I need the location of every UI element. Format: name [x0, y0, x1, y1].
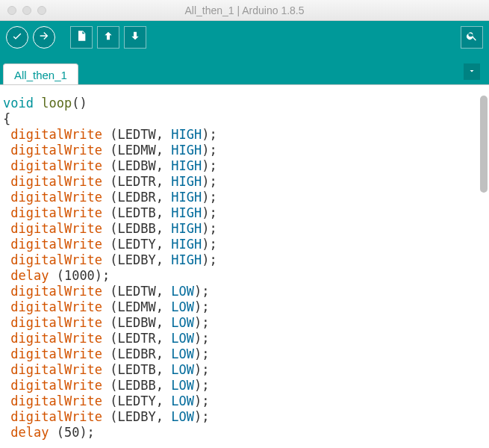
code-token — [3, 378, 10, 393]
code-token: ); — [194, 284, 209, 299]
code-token — [3, 252, 10, 267]
titlebar: All_then_1 | Arduino 1.8.5 — [0, 0, 489, 21]
code-token — [3, 237, 10, 252]
code-token: digitalWrite — [10, 315, 102, 330]
code-token — [3, 315, 10, 330]
toolbar — [0, 21, 489, 54]
code-token: (LEDTB, — [102, 205, 171, 220]
verify-button[interactable] — [6, 26, 28, 49]
code-token: HIGH — [171, 143, 202, 158]
code-token — [3, 268, 10, 283]
new-sketch-button[interactable] — [70, 26, 93, 49]
code-token: (1000); — [49, 268, 110, 283]
save-sketch-button[interactable] — [124, 26, 146, 49]
code-token — [3, 331, 10, 346]
code-token: HIGH — [171, 252, 202, 267]
code-line[interactable]: digitalWrite (LEDTY, HIGH); — [3, 237, 486, 252]
code-line[interactable]: digitalWrite (LEDBR, HIGH); — [3, 190, 486, 205]
code-token: digitalWrite — [10, 409, 102, 424]
minimize-window-button[interactable] — [22, 6, 31, 15]
code-line[interactable]: delay (1000); — [3, 268, 486, 284]
code-token: LOW — [171, 284, 194, 299]
code-line[interactable]: digitalWrite (LEDBW, LOW); — [3, 315, 486, 331]
tab-menu-button[interactable] — [464, 63, 480, 80]
code-token — [3, 205, 10, 220]
code-line[interactable]: digitalWrite (LEDTY, LOW); — [3, 393, 486, 409]
code-line[interactable]: void loop() — [3, 96, 486, 111]
magnifier-icon — [466, 30, 478, 45]
code-token — [3, 409, 10, 424]
upload-button[interactable] — [33, 26, 55, 49]
tab-bar: All_then_1 — [0, 54, 489, 84]
code-token: ); — [194, 315, 209, 330]
code-token: { — [3, 111, 10, 126]
code-line[interactable]: digitalWrite (LEDTB, LOW); — [3, 362, 486, 378]
code-token: ); — [202, 127, 217, 142]
code-token: ); — [202, 158, 217, 173]
code-token — [3, 143, 10, 158]
code-token: (LEDBY, — [102, 252, 171, 267]
code-line[interactable]: digitalWrite (LEDBW, HIGH); — [3, 158, 486, 174]
code-token: digitalWrite — [10, 127, 102, 142]
code-token: loop — [41, 96, 72, 111]
code-line[interactable]: digitalWrite (LEDBY, HIGH); — [3, 252, 486, 268]
scrollbar-vertical[interactable] — [480, 96, 488, 193]
code-token — [3, 393, 10, 408]
code-token: (LEDMW, — [102, 143, 171, 158]
code-token: digitalWrite — [10, 252, 102, 267]
code-token: (LEDTR, — [102, 174, 171, 189]
tab-active[interactable]: All_then_1 — [3, 63, 78, 85]
code-token: LOW — [171, 362, 194, 377]
code-token — [3, 362, 10, 377]
code-token — [3, 425, 10, 440]
code-token: (LEDBW, — [102, 315, 171, 330]
code-line[interactable]: digitalWrite (LEDBY, LOW); — [3, 409, 486, 425]
code-token: HIGH — [171, 221, 202, 236]
code-token: (LEDTR, — [102, 331, 171, 346]
code-line[interactable]: digitalWrite (LEDTR, LOW); — [3, 331, 486, 346]
serial-monitor-button[interactable] — [461, 26, 483, 49]
code-token: (LEDBB, — [102, 378, 171, 393]
code-token: ); — [194, 378, 209, 393]
check-icon — [11, 30, 23, 45]
code-line[interactable]: { — [3, 111, 486, 127]
code-token: digitalWrite — [10, 284, 102, 299]
code-token: (LEDTB, — [102, 362, 171, 377]
editor: void loop(){ digitalWrite (LEDTW, HIGH);… — [0, 84, 489, 448]
open-sketch-button[interactable] — [97, 26, 119, 49]
code-line[interactable]: digitalWrite (LEDTW, HIGH); — [3, 127, 486, 143]
arrow-right-icon — [38, 30, 50, 45]
code-token: HIGH — [171, 127, 202, 142]
code-line[interactable]: digitalWrite (LEDBB, HIGH); — [3, 221, 486, 237]
code-line[interactable]: digitalWrite (LEDTR, HIGH); — [3, 174, 486, 190]
code-token: HIGH — [171, 205, 202, 220]
code-token: ); — [194, 346, 209, 361]
code-token: HIGH — [171, 174, 202, 189]
code-line[interactable]: digitalWrite (LEDBB, LOW); — [3, 378, 486, 393]
code-token: LOW — [171, 378, 194, 393]
code-token — [3, 158, 10, 173]
code-token: LOW — [171, 393, 194, 408]
code-line[interactable]: digitalWrite (LEDTW, LOW); — [3, 284, 486, 299]
code-line[interactable]: digitalWrite (LEDMW, HIGH); — [3, 143, 486, 158]
code-token: ); — [194, 362, 209, 377]
code-area[interactable]: void loop(){ digitalWrite (LEDTW, HIGH);… — [0, 85, 489, 441]
code-token: HIGH — [171, 158, 202, 173]
close-window-button[interactable] — [7, 6, 16, 15]
chevron-down-icon — [467, 65, 476, 78]
code-token: (LEDBR, — [102, 190, 171, 205]
code-line[interactable]: delay (50); — [3, 425, 486, 441]
code-token: (LEDBY, — [102, 409, 171, 424]
zoom-window-button[interactable] — [37, 6, 46, 15]
code-token: ); — [202, 252, 217, 267]
code-line[interactable]: digitalWrite (LEDBR, LOW); — [3, 346, 486, 362]
code-token: digitalWrite — [10, 393, 102, 408]
code-token — [3, 284, 10, 299]
code-token: () — [72, 96, 87, 111]
code-line[interactable]: digitalWrite (LEDMW, LOW); — [3, 299, 486, 315]
code-token — [3, 127, 10, 142]
code-token: (LEDTY, — [102, 393, 171, 408]
code-line[interactable]: digitalWrite (LEDTB, HIGH); — [3, 205, 486, 221]
code-token: HIGH — [171, 190, 202, 205]
code-token: digitalWrite — [10, 143, 102, 158]
